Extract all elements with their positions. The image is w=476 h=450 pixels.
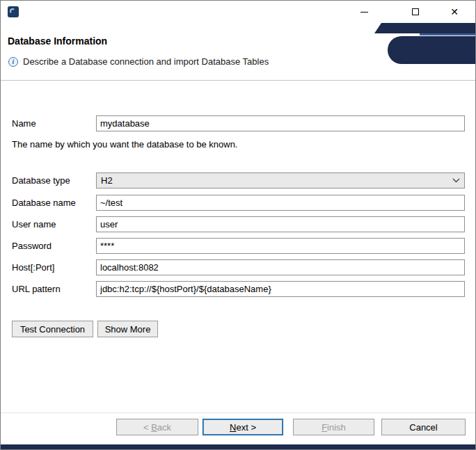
name-label: Name <box>12 118 36 129</box>
show-more-button[interactable]: Show More <box>97 321 158 337</box>
database-type-select[interactable]: H2 <box>96 172 465 188</box>
host-port-label: Host[:Port] <box>12 262 54 273</box>
maximize-icon <box>412 8 419 15</box>
user-name-input[interactable] <box>96 216 465 232</box>
user-name-label: User name <box>12 219 56 230</box>
url-pattern-label: URL pattern <box>12 284 61 294</box>
next-button[interactable]: Next > <box>203 419 283 435</box>
banner-decoration-top <box>374 23 476 33</box>
test-connection-button[interactable]: Test Connection <box>12 321 93 337</box>
password-input[interactable] <box>96 238 465 254</box>
maximize-button[interactable] <box>399 1 431 23</box>
app-icon-glyph <box>10 8 15 14</box>
close-icon: ✕ <box>450 6 459 17</box>
database-type-value: H2 <box>101 175 452 186</box>
footer-separator <box>1 412 475 413</box>
database-name-input[interactable] <box>96 195 465 211</box>
titlebar[interactable]: ✕ <box>1 1 475 23</box>
database-type-label: Database type <box>12 175 70 186</box>
banner-description-row: i Describe a Database connection and imp… <box>8 56 269 67</box>
cancel-button[interactable]: Cancel <box>381 419 466 435</box>
finish-button[interactable]: Finish <box>293 419 374 435</box>
name-input[interactable] <box>96 115 465 131</box>
url-pattern-input[interactable] <box>96 281 465 297</box>
password-label: Password <box>12 241 51 251</box>
banner-description: Describe a Database connection and impor… <box>23 56 269 67</box>
close-button[interactable]: ✕ <box>438 1 470 23</box>
banner-decoration-bottom <box>388 36 476 64</box>
info-icon: i <box>8 57 18 67</box>
back-button[interactable]: < Back <box>116 419 198 435</box>
minimize-button[interactable] <box>348 1 380 23</box>
host-port-input[interactable] <box>96 259 465 275</box>
chevron-down-icon <box>452 178 460 183</box>
database-wizard-window: ✕ Database Information i Describe a Data… <box>0 0 476 450</box>
name-help-text: The name by which you want the database … <box>12 139 237 150</box>
app-icon <box>8 6 19 17</box>
header-separator <box>1 80 475 81</box>
database-name-label: Database name <box>12 198 76 208</box>
minimize-icon <box>360 12 368 13</box>
banner-decoration-accent <box>420 33 476 35</box>
window-bottom-accent <box>1 444 475 449</box>
page-title: Database Information <box>8 35 107 47</box>
